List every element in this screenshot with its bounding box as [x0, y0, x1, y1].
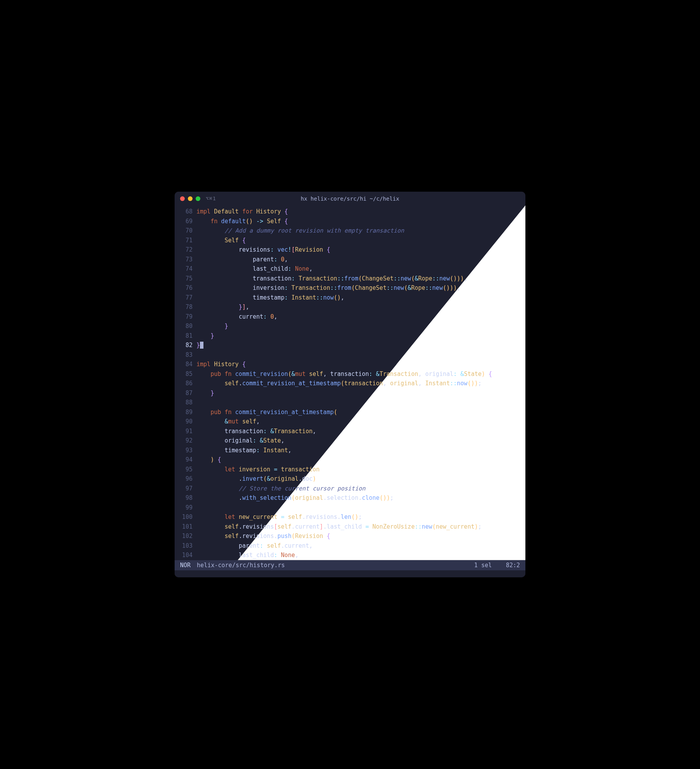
line-number: 91	[175, 427, 196, 436]
code-content[interactable]: fn default() -> Self {	[196, 217, 525, 226]
code-content[interactable]: revisions: vec![Revision {	[196, 245, 525, 255]
tab-indicator: ⌥⌘1	[206, 196, 216, 201]
code-line[interactable]: 93 timestamp: Instant,	[175, 446, 525, 455]
code-line[interactable]: 86 self.commit_revision_at_timestamp(tra…	[175, 379, 525, 388]
code-line[interactable]: 90 &mut self,	[175, 417, 525, 427]
code-content[interactable]: let inversion = transaction	[196, 465, 525, 474]
maximize-icon[interactable]	[196, 196, 200, 201]
code-line[interactable]: 101 self.revisions[self.current].last_ch…	[175, 522, 525, 532]
line-number: 82	[175, 340, 196, 350]
code-line[interactable]: 92 original: &State,	[175, 436, 525, 446]
code-line[interactable]: 74 last_child: None,	[175, 264, 525, 274]
code-content[interactable]	[196, 503, 525, 513]
editor-area[interactable]: 68impl Default for History {69 fn defaul…	[175, 205, 525, 560]
code-line[interactable]: 68impl Default for History {	[175, 207, 525, 217]
line-number: 94	[175, 455, 196, 465]
code-content[interactable]: parent: 0,	[196, 255, 525, 265]
code-line[interactable]: 76 inversion: Transaction::from(ChangeSe…	[175, 283, 525, 293]
code-content[interactable]	[196, 398, 525, 407]
code-content[interactable]: &mut self,	[196, 417, 525, 427]
code-line[interactable]: 72 revisions: vec![Revision {	[175, 245, 525, 255]
code-line[interactable]: 75 transaction: Transaction::from(Change…	[175, 274, 525, 284]
code-content[interactable]: impl History {	[196, 360, 525, 369]
code-content[interactable]: }	[196, 340, 525, 350]
code-line[interactable]: 97 // Store the current cursor position	[175, 484, 525, 494]
code-line[interactable]: 95 let inversion = transaction	[175, 465, 525, 474]
code-line[interactable]: 104 last_child: None,	[175, 550, 525, 560]
code-content[interactable]: inversion: Transaction::from(ChangeSet::…	[196, 283, 525, 293]
code-line[interactable]: 103 parent: self.current,	[175, 541, 525, 551]
code-content[interactable]: self.commit_revision_at_timestamp(transa…	[196, 379, 525, 388]
line-number: 83	[175, 350, 196, 360]
window-title: hx helix-core/src/hi ~/c/helix	[301, 196, 399, 202]
code-content[interactable]: transaction: Transaction::from(ChangeSet…	[196, 274, 525, 284]
line-number: 71	[175, 236, 196, 245]
code-content[interactable]: .invert(&original.doc)	[196, 474, 525, 484]
code-line[interactable]: 69 fn default() -> Self {	[175, 217, 525, 226]
code-content[interactable]: self.revisions.push(Revision {	[196, 531, 525, 541]
code-content[interactable]: Self {	[196, 236, 525, 245]
code-line[interactable]: 77 timestamp: Instant::now(),	[175, 293, 525, 303]
code-content[interactable]: last_child: None,	[196, 264, 525, 274]
code-line[interactable]: 99	[175, 503, 525, 513]
line-number: 99	[175, 503, 196, 513]
code-line[interactable]: 83	[175, 350, 525, 360]
line-number: 79	[175, 312, 196, 322]
code-content[interactable]: last_child: None,	[196, 550, 525, 560]
code-line[interactable]: 78 }],	[175, 302, 525, 312]
line-number: 75	[175, 274, 196, 284]
code-line[interactable]: 89 pub fn commit_revision_at_timestamp(	[175, 407, 525, 417]
line-number: 81	[175, 331, 196, 341]
code-line[interactable]: 98 .with_selection(original.selection.cl…	[175, 493, 525, 503]
code-line[interactable]: 96 .invert(&original.doc)	[175, 474, 525, 484]
line-number: 100	[175, 512, 196, 522]
code-content[interactable]: transaction: &Transaction,	[196, 427, 525, 436]
code-content[interactable]: // Add a dummy root revision with empty …	[196, 226, 525, 236]
code-area[interactable]: 68impl Default for History {69 fn defaul…	[175, 207, 525, 560]
code-content[interactable]: }	[196, 331, 525, 341]
traffic-lights	[180, 196, 200, 201]
line-number: 95	[175, 465, 196, 474]
code-line[interactable]: 73 parent: 0,	[175, 255, 525, 265]
minimize-icon[interactable]	[188, 196, 193, 201]
code-content[interactable]: timestamp: Instant::now(),	[196, 293, 525, 303]
code-content[interactable]: pub fn commit_revision_at_timestamp(	[196, 407, 525, 417]
line-number: 97	[175, 484, 196, 494]
code-content[interactable]: ) {	[196, 455, 525, 465]
code-content[interactable]: // Store the current cursor position	[196, 484, 525, 494]
code-content[interactable]: let new_current = self.revisions.len();	[196, 512, 525, 522]
code-line[interactable]: 88	[175, 398, 525, 407]
line-number: 80	[175, 321, 196, 331]
code-line[interactable]: 71 Self {	[175, 236, 525, 245]
code-content[interactable]: self.revisions[self.current].last_child …	[196, 522, 525, 532]
code-content[interactable]: original: &State,	[196, 436, 525, 446]
code-line[interactable]: 79 current: 0,	[175, 312, 525, 322]
code-line[interactable]: 94 ) {	[175, 455, 525, 465]
line-number: 69	[175, 217, 196, 226]
line-number: 89	[175, 407, 196, 417]
selection-count: 1 sel	[474, 562, 492, 569]
line-number: 68	[175, 207, 196, 217]
code-content[interactable]	[196, 350, 525, 360]
code-content[interactable]: timestamp: Instant,	[196, 446, 525, 455]
code-content[interactable]: }	[196, 388, 525, 398]
code-line[interactable]: 100 let new_current = self.revisions.len…	[175, 512, 525, 522]
code-content[interactable]: parent: self.current,	[196, 541, 525, 551]
code-line[interactable]: 91 transaction: &Transaction,	[175, 427, 525, 436]
code-line[interactable]: 70 // Add a dummy root revision with emp…	[175, 226, 525, 236]
code-content[interactable]: }],	[196, 302, 525, 312]
line-number: 93	[175, 446, 196, 455]
code-content[interactable]: impl Default for History {	[196, 207, 525, 217]
code-content[interactable]: .with_selection(original.selection.clone…	[196, 493, 525, 503]
code-content[interactable]: current: 0,	[196, 312, 525, 322]
code-content[interactable]: }	[196, 321, 525, 331]
code-line[interactable]: 85 pub fn commit_revision(&mut self, tra…	[175, 369, 525, 379]
code-line[interactable]: 81 }	[175, 331, 525, 341]
code-content[interactable]: pub fn commit_revision(&mut self, transa…	[196, 369, 525, 379]
code-line[interactable]: 80 }	[175, 321, 525, 331]
code-line[interactable]: 84impl History {	[175, 360, 525, 369]
code-line[interactable]: 82}	[175, 340, 525, 350]
close-icon[interactable]	[180, 196, 185, 201]
code-line[interactable]: 87 }	[175, 388, 525, 398]
code-line[interactable]: 102 self.revisions.push(Revision {	[175, 531, 525, 541]
